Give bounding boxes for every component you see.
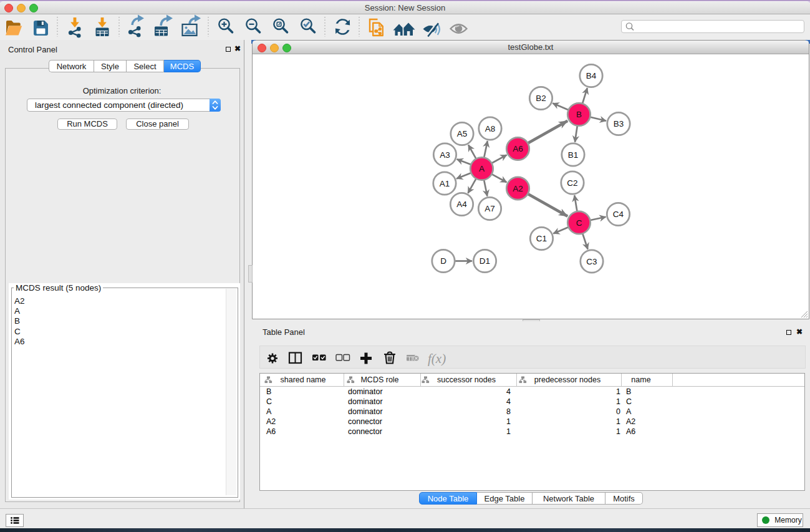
svg-text:0: 0 (616, 407, 620, 416)
svg-text:B: B (626, 387, 631, 396)
svg-text:dominator: dominator (348, 397, 383, 406)
svg-text:B1: B1 (568, 150, 579, 160)
svg-text:C: C (576, 218, 582, 228)
svg-text:8: 8 (506, 407, 511, 416)
svg-text:C3: C3 (586, 257, 597, 266)
svg-text:dominator: dominator (348, 407, 383, 416)
svg-text:A3: A3 (440, 150, 450, 160)
svg-text:A2: A2 (266, 417, 276, 426)
svg-text:1: 1 (616, 417, 620, 426)
svg-text:D: D (440, 256, 446, 266)
svg-text:A6: A6 (626, 427, 635, 436)
svg-text:B: B (576, 110, 582, 119)
svg-text:B4: B4 (586, 71, 597, 80)
svg-text:successor nodes: successor nodes (437, 375, 496, 384)
svg-text:A2: A2 (513, 184, 523, 193)
svg-text:A2: A2 (626, 417, 635, 426)
svg-text:1: 1 (616, 397, 620, 406)
svg-text:A8: A8 (485, 124, 496, 133)
svg-text:C: C (626, 397, 632, 406)
svg-text:B: B (266, 387, 271, 396)
svg-text:A5: A5 (457, 129, 468, 138)
svg-text:1: 1 (506, 417, 511, 426)
svg-text:C: C (266, 397, 272, 406)
svg-text:1: 1 (506, 427, 511, 436)
svg-text:4: 4 (506, 397, 511, 406)
svg-text:A6: A6 (513, 144, 523, 153)
svg-text:C1: C1 (536, 234, 547, 243)
svg-text:A1: A1 (440, 179, 450, 188)
svg-text:1: 1 (616, 427, 620, 436)
svg-text:dominator: dominator (348, 387, 383, 396)
svg-text:1: 1 (616, 387, 620, 396)
svg-text:4: 4 (506, 387, 511, 396)
svg-text:B2: B2 (536, 94, 546, 103)
svg-text:C2: C2 (567, 178, 577, 188)
svg-text:C4: C4 (613, 210, 624, 219)
svg-text:MCDS role: MCDS role (360, 375, 398, 384)
svg-text:connector: connector (348, 427, 382, 436)
svg-text:connector: connector (348, 417, 382, 426)
svg-text:A6: A6 (266, 427, 276, 436)
svg-text:D1: D1 (480, 256, 490, 266)
svg-text:A: A (479, 164, 485, 173)
svg-text:A4: A4 (456, 200, 467, 209)
svg-text:A: A (266, 407, 272, 416)
svg-text:shared name: shared name (281, 375, 326, 384)
svg-text:A7: A7 (485, 204, 495, 213)
svg-text:predecessor nodes: predecessor nodes (534, 375, 600, 384)
svg-text:A: A (626, 407, 632, 416)
svg-text:name: name (631, 375, 650, 384)
svg-text:B3: B3 (614, 119, 624, 128)
svg-text:f(x): f(x) (428, 351, 446, 366)
